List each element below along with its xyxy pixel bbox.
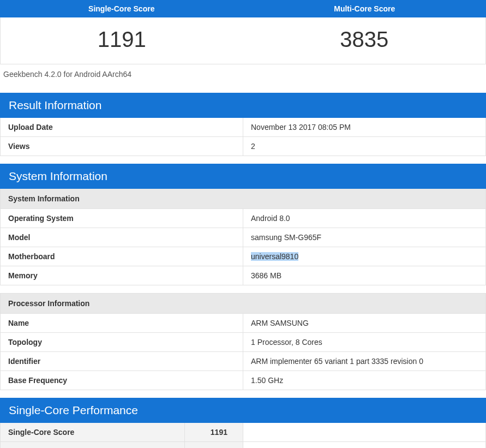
- info-value: 2: [243, 137, 486, 156]
- table-row: Single-Core Score1191: [1, 423, 486, 442]
- perf-value: 1191: [185, 423, 243, 442]
- result-information-table: Upload DateNovember 13 2017 08:05 PMView…: [0, 118, 486, 156]
- info-value: samsung SM-G965F: [243, 228, 486, 247]
- highlighted-text: universal9810: [251, 252, 298, 261]
- multi-core-score-label: Multi-Core Score: [243, 0, 487, 17]
- table-row: Topology1 Processor, 8 Cores: [1, 333, 486, 352]
- info-label: Topology: [1, 333, 243, 352]
- processor-information-subheader: Processor Information: [0, 293, 486, 314]
- processor-information-table: NameARM SAMSUNGTopology1 Processor, 8 Co…: [0, 314, 486, 390]
- perf-spacer: [243, 423, 485, 442]
- info-label: Model: [1, 228, 243, 247]
- perf-label: Single-Core Score: [1, 423, 185, 442]
- info-value: Android 8.0: [243, 209, 486, 228]
- table-row: NameARM SAMSUNG: [1, 314, 486, 333]
- info-label: Operating System: [1, 209, 243, 228]
- info-value: 3686 MB: [243, 266, 486, 285]
- table-row: Modelsamsung SM-G965F: [1, 228, 486, 247]
- info-label: Motherboard: [1, 247, 243, 266]
- table-row: Memory3686 MB: [1, 266, 486, 285]
- info-value: universal9810: [243, 247, 486, 266]
- info-label: Base Frequency: [1, 371, 243, 390]
- info-value: November 13 2017 08:05 PM: [243, 118, 486, 137]
- table-row: Motherboarduniversal9810: [1, 247, 486, 266]
- table-row: IdentifierARM implementer 65 variant 1 p…: [1, 352, 486, 371]
- info-label: Identifier: [1, 352, 243, 371]
- info-value: ARM SAMSUNG: [243, 314, 486, 333]
- single-core-performance-table: Single-Core Score1191Crypto Score748: [0, 423, 486, 448]
- info-label: Name: [1, 314, 243, 333]
- system-information-header: System Information: [0, 164, 486, 189]
- table-row: Base Frequency1.50 GHz: [1, 371, 486, 390]
- table-row: Views2: [1, 137, 486, 156]
- perf-label: Crypto Score: [1, 442, 185, 449]
- system-information-subheader: System Information: [0, 189, 486, 209]
- info-label: Memory: [1, 266, 243, 285]
- table-row: Operating SystemAndroid 8.0: [1, 209, 486, 228]
- result-information-header: Result Information: [0, 93, 486, 118]
- score-values: 1191 3835: [0, 17, 486, 64]
- info-value: 1 Processor, 8 Cores: [243, 333, 486, 352]
- perf-spacer: [243, 442, 485, 449]
- table-row: Upload DateNovember 13 2017 08:05 PM: [1, 118, 486, 137]
- info-label: Views: [1, 137, 243, 156]
- single-core-score-label: Single-Core Score: [0, 0, 243, 17]
- multi-core-score-value: 3835: [243, 17, 486, 64]
- perf-value: 748: [185, 442, 243, 449]
- single-core-performance-header: Single-Core Performance: [0, 398, 486, 423]
- info-label: Upload Date: [1, 118, 243, 137]
- info-value: 1.50 GHz: [243, 371, 486, 390]
- system-information-table: Operating SystemAndroid 8.0Modelsamsung …: [0, 209, 486, 285]
- single-core-score-value: 1191: [1, 17, 243, 64]
- table-row: Crypto Score748: [1, 442, 486, 449]
- score-header: Single-Core Score Multi-Core Score: [0, 0, 486, 17]
- info-value: ARM implementer 65 variant 1 part 3335 r…: [243, 352, 486, 371]
- version-text: Geekbench 4.2.0 for Android AArch64: [0, 64, 486, 85]
